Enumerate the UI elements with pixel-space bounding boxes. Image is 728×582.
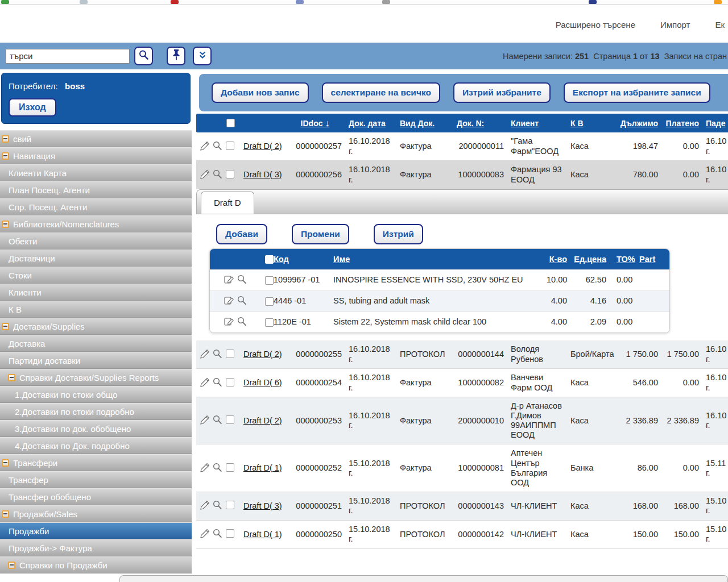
edit-pencil-icon[interactable]: [200, 500, 210, 512]
export-link[interactable]: Ек: [715, 20, 725, 30]
draft-link[interactable]: Draft D( 1): [243, 463, 282, 472]
column-docn[interactable]: Док. N:: [452, 119, 506, 128]
column-name[interactable]: Име: [333, 255, 547, 264]
row-checkbox[interactable]: [226, 378, 234, 386]
draft-link[interactable]: Draft D( 3): [243, 501, 282, 510]
sidebar-item-14[interactable]: Справки Доставки/Supplies Reports: [0, 369, 192, 386]
column-qty[interactable]: К-во: [547, 255, 569, 264]
sidebar-item-19[interactable]: Трансфери: [0, 454, 192, 471]
view-magnifier-icon[interactable]: [237, 274, 247, 286]
sidebar-item-8[interactable]: Стоки: [0, 267, 192, 284]
sidebar-item-1[interactable]: Навигация: [0, 147, 192, 164]
row-checkbox[interactable]: [226, 350, 234, 358]
edit-pencil-icon[interactable]: [200, 528, 210, 541]
favicon-icon[interactable]: [80, 0, 88, 4]
search-input[interactable]: [6, 49, 130, 64]
view-magnifier-icon[interactable]: [212, 169, 223, 181]
sidebar-item-23[interactable]: Продажби: [0, 522, 192, 539]
row-checkbox[interactable]: [226, 501, 234, 509]
edit-pencil-icon[interactable]: [200, 169, 210, 181]
sidebar-item-20[interactable]: Трансфер: [0, 471, 192, 488]
draft-link[interactable]: Draft D( 2): [243, 142, 282, 151]
column-kv[interactable]: К В: [566, 119, 617, 128]
favicon-icon[interactable]: [714, 0, 722, 4]
sidebar-item-12[interactable]: Доставка: [0, 335, 192, 352]
view-magnifier-icon[interactable]: [237, 295, 247, 307]
sidebar-item-24[interactable]: Продажби-> Фактура: [0, 539, 192, 556]
column-client[interactable]: Клиент: [506, 119, 566, 128]
draft-link[interactable]: Draft D( 6): [243, 378, 282, 387]
panel-delete-button[interactable]: Изтрий: [374, 224, 423, 244]
edit-pencil-icon[interactable]: [200, 377, 210, 389]
sidebar-item-0[interactable]: свий: [0, 130, 192, 147]
add-record-button[interactable]: Добави нов запис: [212, 82, 309, 103]
draft-link[interactable]: Draft D( 3): [243, 170, 282, 179]
items-select-all-checkbox[interactable]: [265, 255, 274, 264]
draft-tab[interactable]: Draft D: [201, 192, 254, 214]
sidebar-item-7[interactable]: Доставчици: [0, 250, 192, 267]
sidebar-item-2[interactable]: Клиенти Карта: [0, 164, 192, 181]
view-magnifier-icon[interactable]: [212, 140, 223, 153]
sidebar-item-6[interactable]: Обекти: [0, 232, 192, 250]
row-checkbox[interactable]: [226, 170, 234, 178]
collapse-minus-icon[interactable]: [2, 510, 9, 518]
view-magnifier-icon[interactable]: [212, 528, 223, 541]
column-type[interactable]: Вид Док.: [395, 119, 452, 128]
row-checkbox[interactable]: [226, 142, 234, 150]
select-all-button[interactable]: селектиране на всичко: [322, 82, 440, 103]
sidebar-item-4[interactable]: Спр. Посещ. Агенти: [0, 198, 192, 215]
collapse-button[interactable]: [193, 47, 212, 65]
row-checkbox[interactable]: [226, 463, 234, 472]
edit-document-icon[interactable]: [224, 274, 235, 286]
import-link[interactable]: Импорт: [660, 20, 690, 30]
column-padezh[interactable]: Паде: [701, 119, 728, 128]
sidebar-item-13[interactable]: Партиди доставки: [0, 352, 192, 369]
item-checkbox[interactable]: [265, 318, 274, 327]
draft-link[interactable]: Draft D( 2): [243, 416, 282, 425]
favicon-icon[interactable]: [171, 0, 179, 4]
sidebar-item-9[interactable]: Клиенти: [0, 284, 192, 301]
sidebar-item-3[interactable]: План Посещ. Агенти: [0, 181, 192, 198]
sidebar-item-17[interactable]: 3.Доставки по док. обобщено: [0, 420, 192, 437]
edit-pencil-icon[interactable]: [200, 414, 210, 427]
view-magnifier-icon[interactable]: [212, 500, 223, 512]
edit-pencil-icon[interactable]: [200, 140, 210, 153]
collapse-minus-icon[interactable]: [8, 374, 15, 381]
advanced-search-link[interactable]: Расширено търсене: [556, 20, 635, 30]
panel-add-button[interactable]: Добави: [216, 224, 267, 244]
edit-document-icon[interactable]: [224, 295, 235, 307]
select-all-checkbox[interactable]: [226, 119, 235, 127]
edit-pencil-icon[interactable]: [200, 348, 210, 361]
edit-document-icon[interactable]: [224, 316, 235, 329]
favicon-icon[interactable]: [1, 0, 9, 4]
view-magnifier-icon[interactable]: [212, 462, 223, 475]
item-checkbox[interactable]: [265, 276, 274, 285]
view-magnifier-icon[interactable]: [237, 316, 247, 329]
sidebar-item-16[interactable]: 2.Доставки по стоки подробно: [0, 403, 192, 420]
sidebar-item-21[interactable]: Трансфер обобщено: [0, 488, 192, 505]
collapse-minus-icon[interactable]: [2, 459, 9, 467]
sidebar-item-15[interactable]: 1.Доставки по стоки общо: [0, 386, 192, 403]
column-price[interactable]: Ед.цена: [569, 255, 609, 264]
column-date[interactable]: Док. дата: [344, 119, 395, 128]
view-magnifier-icon[interactable]: [212, 348, 223, 361]
search-button[interactable]: [134, 47, 153, 65]
collapse-minus-icon[interactable]: [2, 152, 9, 160]
panel-edit-button[interactable]: Промени: [292, 224, 349, 244]
row-checkbox[interactable]: [226, 415, 234, 424]
column-part[interactable]: Part: [636, 255, 670, 264]
view-magnifier-icon[interactable]: [212, 377, 223, 389]
collapse-minus-icon[interactable]: [2, 221, 9, 228]
column-iddoc[interactable]: IDdoc ↓: [286, 118, 344, 128]
pin-button[interactable]: [167, 47, 185, 65]
collapse-minus-icon[interactable]: [8, 562, 15, 569]
sidebar-item-5[interactable]: Библиотеки/Nomenclatures: [0, 215, 192, 232]
delete-selected-button[interactable]: Изтрий избраните: [453, 82, 551, 103]
view-magnifier-icon[interactable]: [212, 414, 223, 427]
favicon-icon[interactable]: [589, 0, 597, 4]
row-checkbox[interactable]: [226, 529, 234, 538]
collapse-minus-icon[interactable]: [2, 135, 9, 143]
draft-link[interactable]: Draft D( 1): [243, 530, 282, 539]
export-selected-button[interactable]: Експорт на избраните записи: [564, 82, 710, 103]
favicon-icon[interactable]: [296, 0, 304, 4]
